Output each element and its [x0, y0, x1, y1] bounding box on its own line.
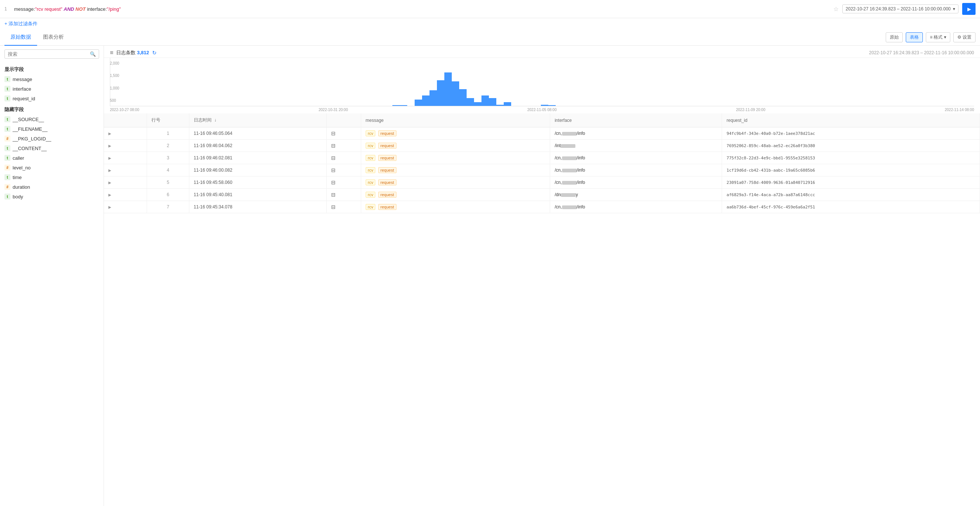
field-name-label: message: [13, 77, 32, 82]
x-label-4: 2022-11-09 20:00: [736, 108, 765, 112]
expand-icon[interactable]: ▶: [108, 144, 111, 148]
sidebar-hidden-field-body[interactable]: tbody: [0, 192, 103, 201]
row-number: 4: [147, 164, 189, 176]
histogram-bar: [474, 102, 482, 106]
sidebar-hidden-field-__PKG_LOGID__[interactable]: #__PKG_LOGID__: [0, 134, 103, 144]
row-timestamp: 11-16 09:45:58.060: [189, 176, 326, 189]
th-icon: [327, 113, 361, 128]
histogram-bar: [548, 105, 556, 106]
expand-icon[interactable]: ▶: [108, 193, 111, 197]
expand-icon[interactable]: ▶: [108, 205, 111, 209]
row-msg-icon[interactable]: ⊟: [327, 152, 361, 164]
message-search-icon[interactable]: ⊟: [331, 143, 336, 148]
dropdown-icon: ▾: [953, 6, 955, 11]
table-row: ▶ 2 11-16 09:46:04.062 ⊟ rcv request /in…: [104, 140, 980, 152]
expand-icon[interactable]: ▶: [108, 131, 111, 136]
row-msg-icon[interactable]: ⊟: [327, 201, 361, 213]
message-search-icon[interactable]: ⊟: [331, 204, 336, 210]
histogram-bar: [482, 96, 489, 106]
format-button[interactable]: ≡ 格式 ▾: [926, 32, 950, 42]
message-search-icon[interactable]: ⊟: [331, 155, 336, 161]
tag-rcv: rcv: [366, 155, 375, 161]
histogram-bar: [504, 102, 511, 106]
format-icon: ≡: [930, 35, 932, 40]
sidebar-hidden-field-__FILENAME__[interactable]: t__FILENAME__: [0, 124, 103, 134]
field-type-badge: t: [5, 76, 10, 82]
row-interface: /cn, /info: [550, 164, 722, 176]
sidebar-hidden-field-__CONTENT__[interactable]: t__CONTENT__: [0, 144, 103, 153]
histogram-bar: [489, 98, 496, 106]
tab-raw-data[interactable]: 原始数据: [5, 29, 37, 46]
histogram-bars: [110, 58, 974, 106]
field-type-badge: t: [5, 126, 10, 132]
row-number: 3: [147, 152, 189, 164]
sidebar-search-input[interactable]: [8, 51, 90, 57]
row-message: rcv request: [361, 201, 550, 213]
field-type-badge: #: [5, 136, 10, 142]
field-name-label: __PKG_LOGID__: [13, 136, 51, 142]
row-request-id: 775f32c8-22d3-4e9c-bbd1-9555e3258153: [722, 152, 980, 164]
table-body: ▶ 1 11-16 09:46:05.064 ⊟ rcv request /cn…: [104, 128, 980, 213]
search-button[interactable]: ▶: [962, 3, 975, 15]
table-row: ▶ 6 11-16 09:45:40.081 ⊟ rcv request /dn…: [104, 189, 980, 201]
th-request-id: request_id: [722, 113, 980, 128]
sidebar-field-interface[interactable]: tinterface: [0, 84, 103, 94]
sidebar-hidden-field-level_no[interactable]: #level_no: [0, 163, 103, 172]
sidebar-field-request_id[interactable]: trequest_id: [0, 94, 103, 103]
row-msg-icon[interactable]: ⊟: [327, 164, 361, 176]
expand-icon[interactable]: ▶: [108, 180, 111, 185]
expand-icon[interactable]: ▶: [108, 168, 111, 172]
sidebar-search-container[interactable]: 🔍: [5, 49, 99, 59]
table-row: ▶ 4 11-16 09:46:00.082 ⊟ rcv request /cn…: [104, 164, 980, 176]
row-expand-cell: ▶: [104, 176, 147, 189]
settings-button[interactable]: ⚙ 设置: [953, 32, 975, 42]
add-filter-button[interactable]: + 添加过滤条件: [5, 21, 38, 26]
tag-rcv: rcv: [366, 179, 375, 185]
row-timestamp: 11-16 09:45:34.078: [189, 201, 326, 213]
row-msg-icon[interactable]: ⊟: [327, 140, 361, 152]
row-number: 1: [147, 128, 189, 140]
histogram-bar: [437, 80, 444, 106]
sidebar-hidden-field-time[interactable]: ttime: [0, 172, 103, 182]
tag-rcv: rcv: [366, 167, 375, 173]
time-range-selector[interactable]: 2022-10-27 16:24:39.823 – 2022-11-16 10:…: [842, 5, 958, 13]
sidebar-hidden-field-duration[interactable]: #duration: [0, 182, 103, 192]
expand-icon[interactable]: ▶: [108, 156, 111, 160]
sidebar-hidden-field-caller[interactable]: tcaller: [0, 153, 103, 163]
field-name-label: body: [13, 194, 23, 200]
histogram-bar: [422, 96, 430, 106]
tabs-row: 原始数据 图表分析 原始 表格 ≡ 格式 ▾ ⚙ 设置: [0, 29, 980, 46]
masked-value: [562, 206, 577, 209]
row-message: rcv request: [361, 189, 550, 201]
search-query[interactable]: message:"rcv request" AND NOT interface:…: [14, 6, 830, 12]
row-msg-icon[interactable]: ⊟: [327, 128, 361, 140]
tab-chart-analysis[interactable]: 图表分析: [37, 29, 70, 46]
field-type-badge: t: [5, 155, 10, 161]
sidebar-field-message[interactable]: tmessage: [0, 74, 103, 84]
histogram-bar: [496, 105, 504, 106]
tag-request: request: [378, 130, 396, 136]
th-time[interactable]: 日志时间 ↓: [189, 113, 326, 128]
row-timestamp: 11-16 09:46:05.064: [189, 128, 326, 140]
th-interface: interface: [550, 113, 722, 128]
field-name-label: duration: [13, 184, 30, 190]
view-table-button[interactable]: 表格: [906, 32, 923, 42]
query-and: AND: [64, 6, 76, 12]
message-search-icon[interactable]: ⊟: [331, 167, 336, 173]
row-msg-icon[interactable]: ⊟: [327, 176, 361, 189]
message-search-icon[interactable]: ⊟: [331, 130, 336, 136]
hidden-fields-list: t__SOURCE__t__FILENAME__#__PKG_LOGID__t_…: [0, 115, 103, 201]
display-fields-list: tmessagetinterfacetrequest_id: [0, 74, 103, 103]
message-search-icon[interactable]: ⊟: [331, 179, 336, 185]
row-expand-cell: ▶: [104, 152, 147, 164]
masked-value: [562, 169, 577, 172]
field-name-label: interface: [13, 86, 31, 92]
view-original-button[interactable]: 原始: [886, 32, 903, 42]
message-search-icon[interactable]: ⊟: [331, 192, 336, 198]
histogram-bar: [415, 100, 422, 106]
favorite-icon[interactable]: ☆: [834, 6, 838, 13]
row-interface: /int: [550, 140, 722, 152]
row-msg-icon[interactable]: ⊟: [327, 189, 361, 201]
search-bar: 1 message:"rcv request" AND NOT interfac…: [0, 0, 980, 18]
sidebar-hidden-field-__SOURCE__[interactable]: t__SOURCE__: [0, 115, 103, 124]
